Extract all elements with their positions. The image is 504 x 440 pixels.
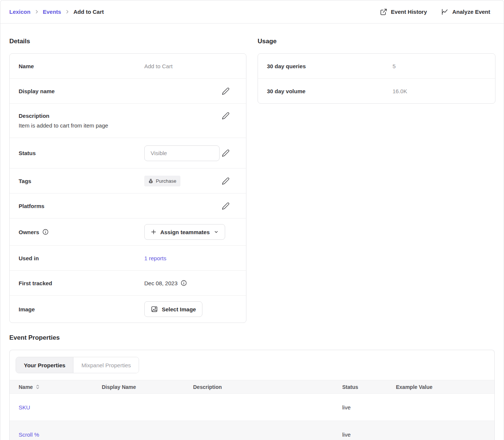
- select-image-button[interactable]: Select Image: [144, 301, 202, 317]
- plus-icon: [151, 229, 157, 235]
- tab-mixpanel-properties[interactable]: Mixpanel Properties: [73, 357, 139, 373]
- edit-tags-button[interactable]: [222, 177, 230, 185]
- detail-row-tags: Tags $ Purchase: [10, 168, 246, 193]
- sort-arrows-icon: [36, 384, 40, 390]
- event-properties-section: Event Properties Your Properties Mixpane…: [9, 334, 495, 440]
- event-history-label: Event History: [391, 9, 427, 15]
- volume-value: 16.0K: [393, 88, 479, 94]
- detail-row-description: Description Item is added to cart from i…: [10, 103, 246, 138]
- assign-teammates-button[interactable]: Assign teammates: [144, 224, 225, 240]
- tag-label: Purchase: [156, 178, 176, 184]
- usage-section: Usage 30 day queries 5 30 day volume 16.…: [258, 38, 495, 104]
- usage-row-queries: 30 day queries 5: [258, 54, 495, 78]
- display-name-label: Display name: [19, 88, 144, 94]
- topbar-actions: Event History Analyze Event: [380, 8, 490, 16]
- table-row[interactable]: Scroll % live: [10, 421, 494, 440]
- details-section: Details Name Add to Cart Display name: [9, 38, 246, 323]
- image-icon: [151, 305, 158, 313]
- property-display-name-cell: [102, 394, 193, 421]
- info-icon[interactable]: [42, 229, 49, 235]
- event-properties-card: Your Properties Mixpanel Properties Name: [9, 350, 495, 440]
- properties-table: Name Display Name Description Status Exa…: [10, 380, 494, 440]
- used-in-reports-link[interactable]: 1 reports: [144, 255, 166, 261]
- status-input[interactable]: Visible: [144, 145, 220, 161]
- column-header-display-name: Display Name: [102, 380, 193, 394]
- property-link[interactable]: SKU: [19, 404, 30, 411]
- usage-card: 30 day queries 5 30 day volume 16.0K: [258, 53, 495, 104]
- chevron-right-icon: [65, 9, 70, 14]
- assign-teammates-label: Assign teammates: [160, 229, 210, 235]
- edit-display-name-button[interactable]: [222, 87, 230, 95]
- chevron-down-icon: [214, 229, 219, 235]
- property-example-cell: [396, 394, 494, 421]
- first-tracked-value: Dec 08, 2023: [144, 280, 177, 286]
- details-heading: Details: [9, 38, 246, 45]
- money-bag-icon: $: [148, 179, 153, 183]
- pencil-icon: [222, 202, 230, 210]
- external-link-icon: [380, 8, 387, 16]
- status-label: Status: [19, 150, 144, 156]
- detail-row-image: Image Select Image: [10, 295, 246, 323]
- event-history-button[interactable]: Event History: [380, 8, 427, 16]
- property-name-cell: SKU: [10, 394, 102, 421]
- breadcrumb-lexicon[interactable]: Lexicon: [9, 9, 31, 15]
- tags-label: Tags: [19, 178, 144, 184]
- pencil-icon: [222, 112, 230, 120]
- owners-label-text: Owners: [19, 229, 39, 235]
- edit-description-button[interactable]: [222, 112, 230, 120]
- detail-row-first-tracked: First tracked Dec 08, 2023: [10, 270, 246, 295]
- table-row[interactable]: SKU live: [10, 394, 494, 421]
- usage-row-volume: 30 day volume 16.0K: [258, 78, 495, 103]
- first-tracked-label: First tracked: [19, 280, 144, 286]
- detail-row-name: Name Add to Cart: [10, 54, 246, 78]
- tab-your-properties[interactable]: Your Properties: [16, 357, 73, 373]
- column-header-name[interactable]: Name: [10, 380, 102, 394]
- owners-label: Owners: [19, 229, 144, 235]
- edit-platforms-button[interactable]: [222, 202, 230, 210]
- used-in-label: Used in: [19, 255, 144, 261]
- property-status-cell: live: [342, 421, 396, 440]
- platforms-label: Platforms: [19, 203, 144, 209]
- detail-row-display-name: Display name: [10, 78, 246, 103]
- topbar: Lexicon Events Add to Cart Event History: [0, 0, 504, 23]
- volume-label: 30 day volume: [267, 88, 393, 94]
- queries-value: 5: [393, 63, 479, 69]
- properties-tabgroup: Your Properties Mixpanel Properties: [16, 357, 139, 373]
- description-label: Description: [19, 113, 50, 119]
- breadcrumb-events[interactable]: Events: [43, 9, 61, 15]
- queries-label: 30 day queries: [267, 63, 393, 69]
- detail-row-status: Status Visible: [10, 138, 246, 168]
- detail-row-platforms: Platforms: [10, 193, 246, 218]
- info-icon[interactable]: [180, 280, 187, 286]
- column-header-example-value: Example Value: [396, 380, 494, 394]
- event-properties-heading: Event Properties: [9, 334, 495, 342]
- analyze-event-button[interactable]: Analyze Event: [441, 8, 490, 16]
- column-header-name-label: Name: [19, 384, 33, 390]
- property-name-cell: Scroll %: [10, 421, 102, 440]
- property-example-cell: [396, 421, 494, 440]
- edit-status-button[interactable]: [222, 149, 230, 157]
- usage-heading: Usage: [258, 38, 495, 45]
- column-header-status: Status: [342, 380, 396, 394]
- detail-row-owners: Owners Assign teammates: [10, 218, 246, 245]
- detail-row-used-in: Used in 1 reports: [10, 245, 246, 270]
- property-description-cell: [193, 421, 342, 440]
- main-content: Details Name Add to Cart Display name: [0, 23, 504, 440]
- image-label: Image: [19, 306, 144, 312]
- lexicon-event-detail-page: Lexicon Events Add to Cart Event History: [0, 0, 504, 440]
- property-display-name-cell: [102, 421, 193, 440]
- property-link[interactable]: Scroll %: [19, 431, 39, 438]
- properties-tabbar: Your Properties Mixpanel Properties: [10, 350, 494, 380]
- details-card: Name Add to Cart Display name: [9, 53, 246, 323]
- pencil-icon: [222, 149, 230, 157]
- table-header-row: Name Display Name Description Status Exa…: [10, 380, 494, 394]
- status-value: Visible: [151, 150, 167, 156]
- name-label: Name: [19, 63, 144, 69]
- name-value: Add to Cart: [144, 63, 230, 69]
- tag-chip-purchase[interactable]: $ Purchase: [144, 176, 180, 186]
- breadcrumb: Lexicon Events Add to Cart: [9, 9, 104, 15]
- description-text: Item is added to cart from item page: [19, 122, 230, 129]
- analyze-event-label: Analyze Event: [452, 9, 490, 15]
- select-image-label: Select Image: [162, 306, 196, 312]
- pencil-icon: [222, 177, 230, 185]
